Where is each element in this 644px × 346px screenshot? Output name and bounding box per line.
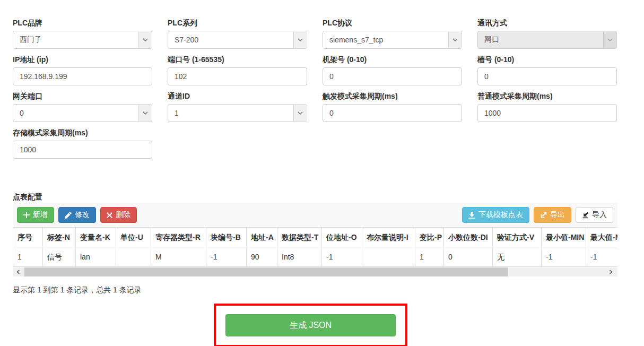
plc-series-select-value: S7-200 <box>175 36 198 44</box>
port-label: 端口号 (1-65535) <box>168 54 307 65</box>
cell-ratio: 1 <box>415 247 444 267</box>
plc-config-form: PLC品牌 西门子 PLC系列 S7-200 PLC协议 siemens_s7_… <box>13 18 617 164</box>
scroll-right-icon[interactable] <box>606 267 615 276</box>
export-icon <box>540 212 547 219</box>
gateway-port-label: 网关端口 <box>13 91 152 101</box>
field-normal-cycle: 普通模式采集周期(ms) <box>477 91 617 122</box>
trigger-cycle-input[interactable] <box>323 104 462 122</box>
toolbar-right-group: 下载模板点表 导出 导入 <box>462 207 613 223</box>
cell-data-type: Int8 <box>277 247 322 267</box>
cell-address: 90 <box>247 247 277 267</box>
normal-cycle-input[interactable] <box>477 104 617 122</box>
column-header-verify: 验证方式-V <box>493 228 542 247</box>
ip-address-input[interactable] <box>13 67 152 85</box>
plc-series-label: PLC系列 <box>168 18 307 28</box>
edit-button-label: 修改 <box>75 210 90 220</box>
plc-series-select[interactable]: S7-200 <box>168 31 307 49</box>
point-table: 序号 标签-N 变量名-K 单位-U 寄存器类型-R 块编号-B 地址-A 数据… <box>13 227 617 267</box>
table-row[interactable]: 1 信号 lan M -1 90 Int8 -1 1 0 无 -1 -1 <box>13 247 618 267</box>
add-button-label: 新增 <box>33 210 48 220</box>
column-header-max: 最大值-MAX <box>586 228 618 247</box>
cell-block-no: -1 <box>206 247 247 267</box>
column-header-bool-desc: 布尔量说明-I <box>362 228 415 247</box>
plc-protocol-select[interactable]: siemens_s7_tcp <box>323 31 462 49</box>
pencil-icon <box>65 212 72 219</box>
export-button[interactable]: 导出 <box>534 207 571 223</box>
cell-bool-desc <box>362 247 415 267</box>
edit-button[interactable]: 修改 <box>58 207 96 223</box>
column-header-register-type: 寄存器类型-R <box>151 228 206 247</box>
highlight-box: 生成 JSON <box>214 304 407 346</box>
scroll-left-icon[interactable] <box>14 267 23 276</box>
channel-id-select-value: 1 <box>175 109 179 117</box>
x-icon <box>107 212 112 218</box>
import-button[interactable]: 导入 <box>576 207 613 223</box>
storage-cycle-input[interactable] <box>13 141 152 159</box>
field-plc-protocol: PLC协议 siemens_s7_tcp <box>323 18 462 49</box>
channel-id-label: 通道ID <box>168 91 307 101</box>
cell-tag: 信号 <box>43 247 76 267</box>
gateway-port-select-value: 0 <box>20 109 24 117</box>
field-plc-series: PLC系列 S7-200 <box>168 18 307 49</box>
chevron-down-icon <box>603 32 616 48</box>
field-gateway-port: 网关端口 0 <box>13 91 152 122</box>
column-header-index: 序号 <box>13 228 43 247</box>
export-button-label: 导出 <box>550 210 565 220</box>
column-header-data-type: 数据类型-T <box>277 228 322 247</box>
header-row: 序号 标签-N 变量名-K 单位-U 寄存器类型-R 块编号-B 地址-A 数据… <box>13 228 618 247</box>
comm-mode-select: 网口 <box>477 31 617 49</box>
rack-input[interactable] <box>323 67 462 85</box>
plc-brand-label: PLC品牌 <box>13 18 152 28</box>
field-ip-address: IP地址 (ip) <box>13 54 152 85</box>
field-plc-brand: PLC品牌 西门子 <box>13 18 152 49</box>
chevron-down-icon <box>138 32 151 48</box>
slot-input[interactable] <box>477 67 617 85</box>
column-header-block-no: 块编号-B <box>206 228 247 247</box>
port-input[interactable] <box>168 67 307 85</box>
slot-label: 槽号 (0-10) <box>477 54 617 65</box>
ip-address-label: IP地址 (ip) <box>13 54 152 65</box>
chevron-down-icon <box>448 32 461 48</box>
download-template-label: 下载模板点表 <box>478 210 523 220</box>
point-table-title: 点表配置 <box>13 192 617 202</box>
plc-brand-select-value: 西门子 <box>20 35 42 45</box>
chevron-down-icon <box>293 32 306 48</box>
column-header-min: 最小值-MIN <box>542 228 586 247</box>
field-channel-id: 通道ID 1 <box>168 91 307 122</box>
cell-index: 1 <box>13 247 43 267</box>
comm-mode-label: 通讯方式 <box>477 18 617 28</box>
column-header-varname: 变量名-K <box>76 228 116 247</box>
channel-id-select[interactable]: 1 <box>168 104 307 122</box>
cell-unit <box>116 247 151 267</box>
normal-cycle-label: 普通模式采集周期(ms) <box>477 91 617 101</box>
plc-brand-select[interactable]: 西门子 <box>13 31 152 49</box>
field-port: 端口号 (1-65535) <box>168 54 307 85</box>
scrollbar-thumb[interactable] <box>24 267 508 276</box>
gateway-port-select[interactable]: 0 <box>13 104 152 122</box>
chevron-down-icon <box>293 105 306 121</box>
plc-protocol-select-value: siemens_s7_tcp <box>329 36 383 44</box>
download-icon <box>468 212 475 219</box>
cell-min: -1 <box>542 247 586 267</box>
field-trigger-cycle: 触发模式采集周期(ms) <box>323 91 462 122</box>
download-template-button[interactable]: 下载模板点表 <box>462 207 529 223</box>
storage-cycle-label: 存储模式采集周期(ms) <box>13 127 152 138</box>
plc-protocol-label: PLC协议 <box>323 18 462 28</box>
column-header-ratio: 变比-P <box>415 228 444 247</box>
field-comm-mode: 通讯方式 网口 <box>477 18 617 49</box>
add-button[interactable]: 新增 <box>17 207 54 223</box>
field-rack: 机架号 (0-10) <box>323 54 462 85</box>
delete-button[interactable]: 删除 <box>100 207 137 223</box>
import-button-label: 导入 <box>592 210 607 220</box>
record-summary: 显示第 1 到第 1 条记录，总共 1 条记录 <box>13 284 630 295</box>
generate-json-button[interactable]: 生成 JSON <box>225 314 396 336</box>
field-storage-cycle: 存储模式采集周期(ms) <box>13 127 152 159</box>
cell-varname: lan <box>76 247 116 267</box>
cell-bit-address: -1 <box>322 247 362 267</box>
horizontal-scrollbar[interactable] <box>13 267 617 276</box>
import-icon <box>582 212 589 219</box>
point-table-toolbar: 新增 修改 删除 下载模板点表 <box>13 203 617 227</box>
column-header-tag: 标签-N <box>43 228 76 247</box>
cell-verify: 无 <box>493 247 542 267</box>
cell-max: -1 <box>586 247 618 267</box>
